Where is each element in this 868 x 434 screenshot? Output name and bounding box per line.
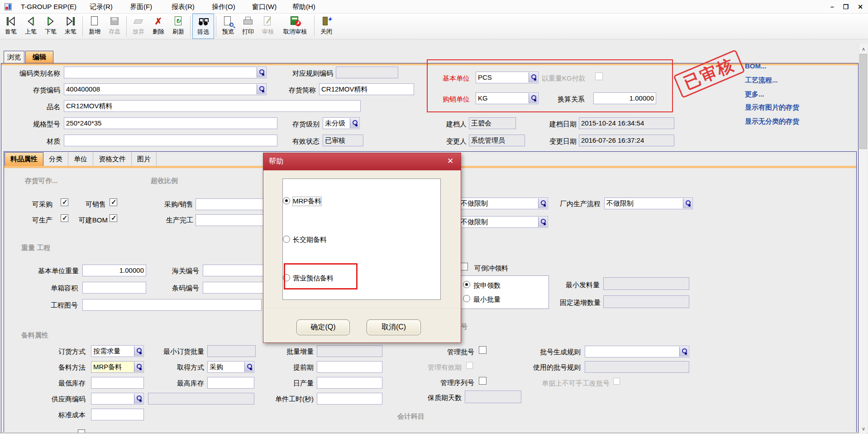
option-mrp[interactable]: MRP备料 — [283, 197, 440, 207]
menu-ui[interactable]: 界面(F) — [130, 2, 152, 11]
toolbar-close-button[interactable]: ✦ 关闭 — [316, 14, 336, 39]
min-stock-field[interactable] — [91, 377, 144, 389]
toolbar-last-button[interactable]: 末笔 — [61, 14, 81, 39]
minimize-button[interactable]: – — [827, 3, 837, 11]
barcode-field[interactable] — [203, 282, 271, 294]
tab-unit[interactable]: 单位 — [68, 152, 93, 166]
toolbar-cancel-audit-button[interactable]: ✗ 取消审核 — [278, 14, 312, 39]
toolbar-separator — [314, 16, 315, 37]
level-field[interactable]: 未分级 — [323, 117, 360, 129]
base-weight-field[interactable]: 1.00000 — [82, 265, 146, 276]
cancel-button[interactable]: 取消(C) — [367, 319, 421, 335]
mrp-radio[interactable] — [283, 197, 290, 204]
option-annotation-box — [284, 263, 358, 289]
restore-button[interactable]: ❐ — [841, 3, 851, 11]
menu-action[interactable]: 操作(O) — [212, 2, 235, 11]
unit-time-field[interactable] — [317, 393, 382, 405]
link-process-flow[interactable]: 工艺流程... — [745, 76, 778, 85]
link-more[interactable]: 更多... — [745, 90, 764, 99]
std-cost-field[interactable] — [91, 409, 144, 420]
manage-serial-checkbox[interactable] — [479, 377, 486, 385]
close-button[interactable]: ✕ — [855, 3, 865, 11]
supplier-code-field[interactable] — [91, 393, 144, 405]
lead-time-field[interactable] — [317, 361, 382, 373]
max-stock-field[interactable] — [207, 377, 254, 389]
lookup-button[interactable] — [679, 347, 688, 357]
toolbar-next-button[interactable]: 下笔 — [41, 14, 61, 39]
menu-window[interactable]: 窗口(W) — [252, 2, 277, 11]
long-lead-radio[interactable] — [283, 236, 290, 243]
purchasable-checkbox[interactable] — [61, 198, 68, 206]
base-unit-field[interactable]: PCS — [476, 72, 539, 83]
order-mode-field[interactable]: 按需求量 — [91, 345, 144, 357]
box-volume-field[interactable] — [82, 282, 146, 294]
ok-button[interactable]: 确定(Q) — [296, 319, 350, 335]
toolbar-filter-button[interactable]: 筛选 — [192, 14, 214, 39]
backflush-checkbox[interactable] — [460, 263, 468, 270]
toolbar-refresh-button[interactable]: 刷新 — [168, 14, 188, 39]
material-field[interactable] — [64, 135, 277, 146]
tab-item-attributes[interactable]: 料品属性 — [5, 152, 43, 166]
tab-qualification[interactable]: 资格文件 — [93, 152, 132, 166]
lookup-button[interactable] — [538, 198, 547, 208]
lookup-button[interactable] — [257, 84, 266, 94]
acquire-mode-field[interactable]: 采购 — [207, 361, 254, 373]
dialog-close-icon[interactable]: ✕ — [445, 156, 455, 166]
factory-flow-field[interactable]: 不做限制 — [604, 198, 693, 209]
tab-category[interactable]: 分类 — [43, 152, 68, 166]
tab-edit[interactable]: 编辑 — [25, 51, 53, 63]
tab-image[interactable]: 图片 — [132, 152, 157, 166]
restrict-field-1[interactable]: 不做限制 — [458, 198, 548, 209]
menu-record[interactable]: 记录(R) — [90, 2, 113, 11]
prepare-method-field[interactable]: MRP备料 — [91, 361, 144, 373]
lookup-button[interactable] — [529, 72, 538, 82]
code-category-field[interactable] — [64, 67, 267, 78]
lookup-button[interactable] — [538, 217, 547, 227]
link-bom[interactable]: BOM... — [745, 62, 767, 70]
link-show-with-images[interactable]: 显示有图片的存货 — [745, 103, 799, 112]
lookup-button[interactable] — [350, 118, 359, 128]
rule-code-field — [336, 67, 398, 78]
bom-allowed-checkbox[interactable] — [110, 214, 117, 222]
scroll-down-icon[interactable]: ∨ — [860, 424, 867, 433]
lookup-button[interactable] — [683, 198, 692, 208]
lookup-button[interactable] — [529, 93, 538, 103]
toolbar-new-button[interactable]: 新增 — [85, 14, 105, 39]
toolbar-prev-button[interactable]: 上笔 — [21, 14, 41, 39]
menu-report[interactable]: 报表(R) — [172, 2, 195, 11]
menu-help[interactable]: 帮助(H) — [292, 2, 315, 11]
producible-checkbox[interactable] — [61, 214, 68, 222]
sellable-checkbox[interactable] — [110, 198, 117, 206]
spec-field[interactable]: 250*240*35 — [64, 117, 277, 129]
customs-code-field[interactable] — [203, 265, 271, 276]
drawing-no-field[interactable] — [82, 299, 262, 311]
trade-unit-field[interactable]: KG — [476, 92, 539, 104]
link-show-unclassified[interactable]: 显示无分类的存货 — [745, 117, 799, 126]
tab-browse[interactable]: 浏览 — [4, 51, 24, 63]
by-request-radio[interactable] — [463, 281, 470, 288]
batch-rule-field[interactable] — [585, 346, 689, 357]
restrict-field-2[interactable]: 不做限制 — [458, 216, 548, 228]
lookup-button[interactable] — [134, 346, 143, 356]
daily-output-field[interactable] — [317, 377, 382, 389]
min-batch-radio[interactable] — [463, 295, 470, 302]
toolbar-print-button[interactable]: 打印 — [238, 14, 258, 39]
manage-batch-checkbox[interactable] — [479, 346, 486, 354]
scroll-up-icon[interactable]: ∧ — [860, 45, 867, 53]
item-name-field[interactable]: CR12MOV精料 — [64, 100, 361, 112]
lookup-button[interactable] — [134, 394, 143, 404]
trade-unit-label: 购销单位 — [434, 95, 470, 104]
menu-app[interactable]: T-GROUP ERP(E) — [21, 2, 76, 11]
lookup-button[interactable] — [244, 362, 253, 372]
toolbar-delete-button[interactable]: ✗ 删除 — [148, 14, 168, 39]
scrollbar-thumb[interactable] — [859, 54, 867, 149]
toolbar-preview-button[interactable]: 预览 — [218, 14, 238, 39]
conversion-field[interactable]: 1.00000 — [593, 92, 656, 104]
lookup-button[interactable] — [134, 362, 143, 372]
item-code-field[interactable]: 400400008 — [64, 83, 267, 95]
lookup-button[interactable] — [257, 68, 266, 77]
item-abbr-field[interactable]: CR12MOV精料 — [319, 83, 414, 95]
toolbar-first-button[interactable]: 首笔 — [1, 14, 21, 39]
dialog-titlebar[interactable]: 帮助 ✕ — [263, 153, 461, 170]
option-long-lead[interactable]: 长交期备料 — [283, 235, 440, 245]
